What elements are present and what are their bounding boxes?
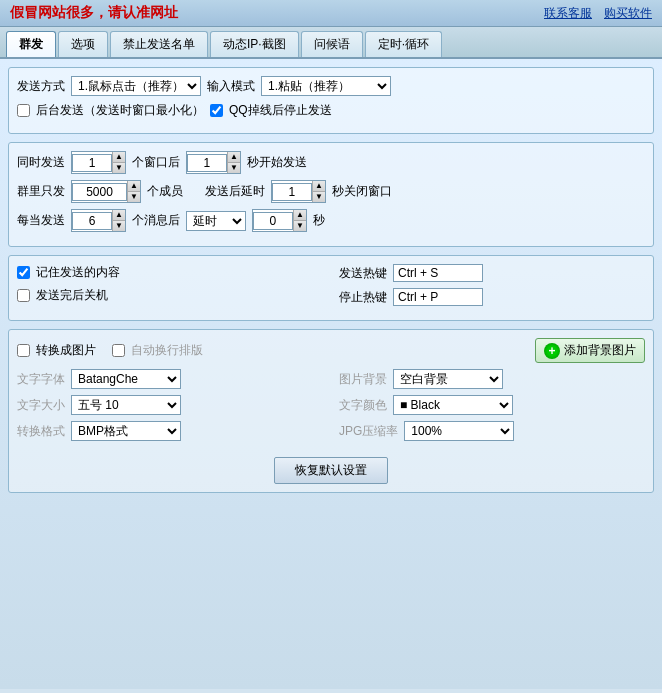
restore-default-button[interactable]: 恢复默认设置 — [274, 457, 388, 484]
after-windows-spinner[interactable]: ▲ ▼ — [186, 151, 241, 174]
tab-options[interactable]: 选项 — [58, 31, 108, 57]
timing-section: 同时发送 ▲ ▼ 个窗口后 ▲ ▼ 秒开始发送 群里只发 — [8, 142, 654, 247]
font-family-label: 文字字体 — [17, 371, 65, 388]
hotkey-send-label: 发送热键 — [339, 265, 387, 282]
delay-value-spinner[interactable]: ▲ ▼ — [252, 209, 307, 232]
qq-offline-label: QQ掉线后停止发送 — [229, 102, 332, 119]
font-color-select[interactable]: ■ Black — [393, 395, 513, 415]
remember-content-checkbox[interactable] — [17, 266, 30, 279]
shutdown-after-row: 发送完后关机 — [17, 287, 323, 304]
hotkey-section: 记住发送的内容 发送完后关机 发送热键 停止热键 — [8, 255, 654, 321]
jpg-compression-row: JPG压缩率 100% — [339, 421, 645, 441]
remember-content-row: 记住发送的内容 — [17, 264, 323, 281]
tab-bar: 群发 选项 禁止发送名单 动态IP·截图 问候语 定时·循环 — [0, 27, 662, 59]
font-color-row: 文字颜色 ■ Black — [339, 395, 645, 415]
font-family-row: 文字字体 BatangChe — [17, 369, 323, 389]
hotkey-stop-row: 停止热键 — [339, 288, 645, 306]
simultaneous-spinner[interactable]: ▲ ▼ — [71, 151, 126, 174]
group-only-row: 群里只发 ▲ ▼ 个成员 发送后延时 ▲ ▼ 秒关闭窗口 — [17, 180, 645, 203]
img-bg-select[interactable]: 空白背景 — [393, 369, 503, 389]
image-section: 转换成图片 自动换行排版 添加背景图片 文字字体 BatangChe 文字大小 — [8, 329, 654, 493]
send-method-section: 发送方式 1.鼠标点击（推荐） 输入模式 1.粘贴（推荐） 后台发送（发送时窗口… — [8, 67, 654, 134]
font-family-select[interactable]: BatangChe — [71, 369, 181, 389]
auto-line-label: 自动换行排版 — [131, 342, 203, 359]
every-spinner[interactable]: ▲ ▼ — [71, 209, 126, 232]
shutdown-after-checkbox[interactable] — [17, 289, 30, 302]
group-only-up[interactable]: ▲ — [128, 181, 140, 192]
tab-blacklist[interactable]: 禁止发送名单 — [110, 31, 208, 57]
hotkey-left: 记住发送的内容 发送完后关机 — [17, 264, 323, 312]
send-method-label: 发送方式 — [17, 78, 65, 95]
simultaneous-row: 同时发送 ▲ ▼ 个窗口后 ▲ ▼ 秒开始发送 — [17, 151, 645, 174]
delay-down[interactable]: ▼ — [294, 221, 306, 231]
members-label: 个成员 — [147, 183, 183, 200]
tab-mass-send[interactable]: 群发 — [6, 31, 56, 57]
convert-row: 转换成图片 自动换行排版 添加背景图片 — [17, 338, 645, 363]
simultaneous-up[interactable]: ▲ — [113, 152, 125, 163]
sec-close-label: 秒关闭窗口 — [332, 183, 392, 200]
every-msg-row: 每当发送 ▲ ▼ 个消息后 延时 不延时 ▲ ▼ 秒 — [17, 209, 645, 232]
hotkey-send-input[interactable] — [393, 264, 483, 282]
font-color-label: 文字颜色 — [339, 397, 387, 414]
group-only-label: 群里只发 — [17, 183, 65, 200]
contact-link[interactable]: 联系客服 — [544, 5, 592, 22]
jpg-compression-select[interactable]: 100% — [404, 421, 514, 441]
add-bg-img-button[interactable]: 添加背景图片 — [535, 338, 645, 363]
simultaneous-input[interactable] — [72, 154, 112, 172]
send-method-row: 发送方式 1.鼠标点击（推荐） 输入模式 1.粘贴（推荐） — [17, 76, 645, 96]
main-content: 发送方式 1.鼠标点击（推荐） 输入模式 1.粘贴（推荐） 后台发送（发送时窗口… — [0, 59, 662, 689]
send-method-select[interactable]: 1.鼠标点击（推荐） — [71, 76, 201, 96]
convert-img-checkbox[interactable] — [17, 344, 30, 357]
jpg-compression-label: JPG压缩率 — [339, 423, 398, 440]
img-bg-label: 图片背景 — [339, 371, 387, 388]
tab-greeting[interactable]: 问候语 — [301, 31, 363, 57]
convert-format-row: 转换格式 BMP格式 — [17, 421, 323, 441]
top-bar: 假冒网站很多，请认准网址 联系客服 购买软件 — [0, 0, 662, 27]
hotkey-right: 发送热键 停止热键 — [339, 264, 645, 312]
group-only-spinner[interactable]: ▲ ▼ — [71, 180, 141, 203]
delay-mode-select[interactable]: 延时 不延时 — [186, 211, 246, 231]
after-windows-down[interactable]: ▼ — [228, 163, 240, 173]
delay-value-input[interactable] — [253, 212, 293, 230]
image-left-col: 文字字体 BatangChe 文字大小 五号 10 转换格式 BMP格式 — [17, 369, 323, 447]
shutdown-after-label: 发送完后关机 — [36, 287, 108, 304]
delay-up[interactable]: ▲ — [294, 210, 306, 221]
buy-link[interactable]: 购买软件 — [604, 5, 652, 22]
every-input[interactable] — [72, 212, 112, 230]
group-only-down[interactable]: ▼ — [128, 192, 140, 202]
top-bar-links: 联系客服 购买软件 — [544, 5, 652, 22]
bg-send-label: 后台发送（发送时窗口最小化） — [36, 102, 204, 119]
hotkey-stop-input[interactable] — [393, 288, 483, 306]
after-windows-input[interactable] — [187, 154, 227, 172]
every-label: 每当发送 — [17, 212, 65, 229]
every-down[interactable]: ▼ — [113, 221, 125, 231]
bg-send-row: 后台发送（发送时窗口最小化） QQ掉线后停止发送 — [17, 102, 645, 119]
qq-offline-checkbox[interactable] — [210, 104, 223, 117]
convert-format-select[interactable]: BMP格式 — [71, 421, 181, 441]
input-mode-label: 输入模式 — [207, 78, 255, 95]
after-windows-label: 个窗口后 — [132, 154, 180, 171]
input-mode-select[interactable]: 1.粘贴（推荐） — [261, 76, 391, 96]
add-bg-icon — [544, 343, 560, 359]
group-only-input[interactable] — [72, 183, 127, 201]
font-size-label: 文字大小 — [17, 397, 65, 414]
hotkey-stop-label: 停止热键 — [339, 289, 387, 306]
every-up[interactable]: ▲ — [113, 210, 125, 221]
simultaneous-down[interactable]: ▼ — [113, 163, 125, 173]
font-size-select[interactable]: 五号 10 — [71, 395, 181, 415]
after-send-delay-down[interactable]: ▼ — [313, 192, 325, 202]
image-two-col: 文字字体 BatangChe 文字大小 五号 10 转换格式 BMP格式 — [17, 369, 645, 447]
auto-line-checkbox[interactable] — [112, 344, 125, 357]
convert-format-label: 转换格式 — [17, 423, 65, 440]
img-bg-row: 图片背景 空白背景 — [339, 369, 645, 389]
after-send-delay-up[interactable]: ▲ — [313, 181, 325, 192]
sec-label: 秒 — [313, 212, 325, 229]
bg-send-checkbox[interactable] — [17, 104, 30, 117]
msg-after-label: 个消息后 — [132, 212, 180, 229]
font-size-row: 文字大小 五号 10 — [17, 395, 323, 415]
after-windows-up[interactable]: ▲ — [228, 152, 240, 163]
tab-timer[interactable]: 定时·循环 — [365, 31, 442, 57]
after-send-delay-input[interactable] — [272, 183, 312, 201]
tab-dynamic-ip[interactable]: 动态IP·截图 — [210, 31, 299, 57]
after-send-delay-spinner[interactable]: ▲ ▼ — [271, 180, 326, 203]
